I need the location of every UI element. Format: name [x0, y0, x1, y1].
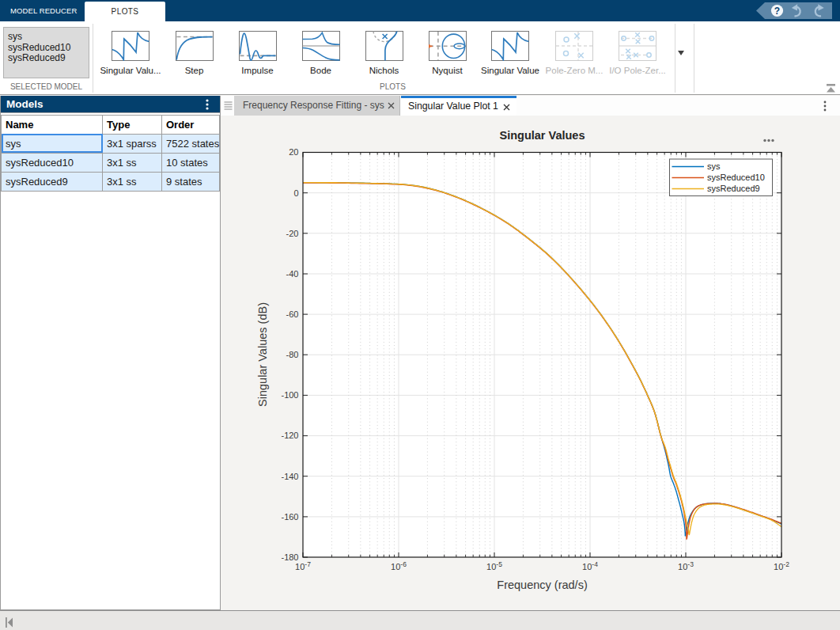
svg-text:-180: -180 [281, 552, 298, 562]
svg-text:10-5: 10-5 [486, 560, 502, 572]
svg-text:-60: -60 [286, 309, 299, 319]
svg-text:10-4: 10-4 [582, 560, 598, 572]
svg-text:10-3: 10-3 [678, 560, 694, 572]
svg-text:Singular Values (dB): Singular Values (dB) [256, 302, 269, 407]
svg-text:0: 0 [293, 188, 298, 198]
svg-text:sysReduced9: sysReduced9 [707, 184, 760, 193]
svg-text:sysReduced10: sysReduced10 [707, 173, 765, 182]
svg-text:10-7: 10-7 [295, 560, 311, 572]
svg-text:20: 20 [289, 147, 298, 157]
svg-text:?: ? [774, 6, 780, 17]
svg-text:-80: -80 [286, 350, 299, 359]
svg-text:-100: -100 [281, 390, 298, 400]
svg-text:-40: -40 [286, 269, 299, 279]
svg-text:10-6: 10-6 [391, 560, 407, 572]
svg-text:sys: sys [707, 161, 721, 171]
svg-text:Frequency (rad/s): Frequency (rad/s) [497, 579, 587, 591]
svg-text:-20: -20 [286, 229, 299, 238]
svg-text:-140: -140 [281, 472, 298, 481]
svg-text:-120: -120 [281, 431, 298, 440]
svg-text:10-2: 10-2 [774, 560, 789, 572]
svg-text:-160: -160 [281, 512, 298, 522]
